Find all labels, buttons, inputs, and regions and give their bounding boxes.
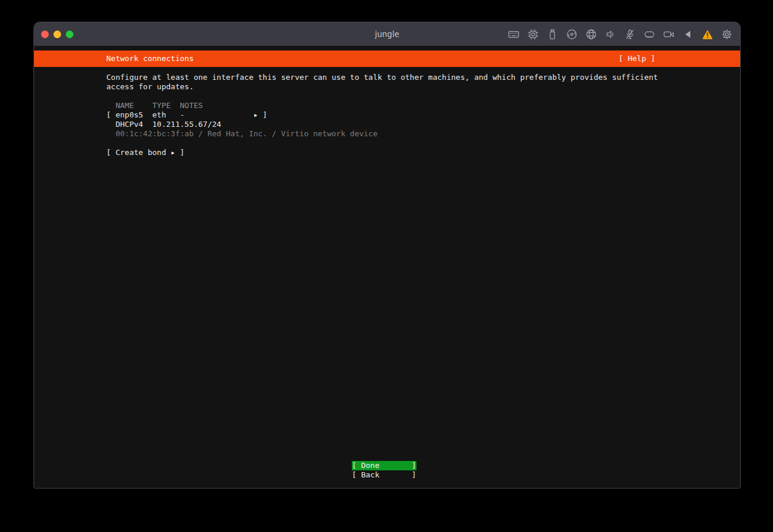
- done-button[interactable]: [ Done ]: [352, 461, 416, 470]
- usb-icon[interactable]: [547, 29, 558, 40]
- zoom-button[interactable]: [66, 31, 73, 38]
- minimize-button[interactable]: [53, 31, 61, 38]
- volume-icon[interactable]: [605, 29, 616, 40]
- optical-disc-icon[interactable]: [566, 29, 577, 40]
- back-button[interactable]: [ Back ]: [352, 470, 416, 480]
- statusbar-icons: [508, 22, 732, 46]
- window-controls: [34, 31, 73, 38]
- keyboard-icon[interactable]: [508, 29, 519, 40]
- close-button[interactable]: [41, 31, 49, 38]
- camera-icon[interactable]: [663, 29, 674, 40]
- interface-row[interactable]: [ enp0s5 eth - ▸ ]: [106, 110, 267, 120]
- titlebar: jungle: [34, 22, 740, 46]
- interface-mac-line: 00:1c:42:bc:3f:ab / Red Hat, Inc. / Virt…: [106, 129, 378, 139]
- warning-icon[interactable]: [702, 29, 713, 40]
- nic-table-header: NAME TYPE NOTES: [106, 101, 203, 110]
- intro-text-line1: Configure at least one interface this se…: [106, 73, 658, 82]
- installer-screen: Network connections [ Help ] Configure a…: [34, 46, 740, 488]
- interface-dhcp-line: DHCPv4 10.211.55.67/24: [106, 120, 221, 129]
- intro-text-line2: access for updates.: [106, 82, 194, 92]
- settings-gear-icon[interactable]: [721, 29, 732, 40]
- create-bond-button[interactable]: [ Create bond ▸ ]: [106, 148, 184, 157]
- hard-disk-icon[interactable]: [644, 29, 655, 40]
- help-button[interactable]: [ Help ]: [619, 54, 656, 63]
- installer-header-bar: Network connections [ Help ]: [34, 50, 740, 67]
- vm-window: jungle: [34, 22, 740, 488]
- done-row: [ Done ]: [352, 461, 416, 470]
- network-icon[interactable]: [586, 29, 597, 40]
- cpu-icon[interactable]: [527, 29, 539, 40]
- back-icon[interactable]: [683, 29, 694, 40]
- microphone-muted-icon[interactable]: [624, 29, 636, 40]
- page-title: Network connections: [106, 54, 194, 63]
